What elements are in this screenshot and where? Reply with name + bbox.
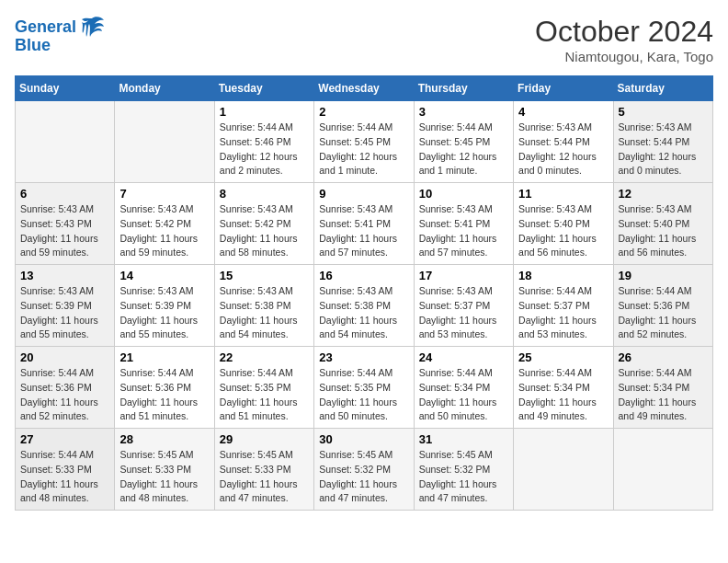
- day-info: Sunrise: 5:43 AM Sunset: 5:44 PM Dayligh…: [518, 121, 608, 178]
- calendar-cell: 24Sunrise: 5:44 AM Sunset: 5:34 PM Dayli…: [414, 347, 513, 429]
- location: Niamtougou, Kara, Togo: [535, 49, 713, 64]
- day-info: Sunrise: 5:44 AM Sunset: 5:45 PM Dayligh…: [319, 121, 408, 178]
- day-number: 28: [119, 432, 209, 446]
- calendar-cell: 26Sunrise: 5:44 AM Sunset: 5:34 PM Dayli…: [613, 347, 712, 429]
- logo-bird-icon: [78, 15, 106, 40]
- calendar-cell: [16, 101, 115, 183]
- day-info: Sunrise: 5:43 AM Sunset: 5:40 PM Dayligh…: [619, 202, 708, 260]
- day-number: 23: [319, 350, 408, 364]
- calendar-cell: 22Sunrise: 5:44 AM Sunset: 5:35 PM Dayli…: [214, 347, 313, 429]
- day-number: 26: [619, 350, 708, 364]
- day-header-wednesday: Wednesday: [314, 76, 414, 101]
- title-block: October 2024 Niamtougou, Kara, Togo: [535, 15, 713, 64]
- week-row-4: 20Sunrise: 5:44 AM Sunset: 5:36 PM Dayli…: [16, 347, 713, 429]
- day-number: 7: [119, 187, 209, 201]
- logo-text: General: [15, 18, 76, 37]
- day-info: Sunrise: 5:43 AM Sunset: 5:38 PM Dayligh…: [220, 284, 309, 342]
- calendar-cell: 18Sunrise: 5:44 AM Sunset: 5:37 PM Dayli…: [514, 265, 613, 347]
- calendar-cell: 14Sunrise: 5:43 AM Sunset: 5:39 PM Dayli…: [115, 265, 214, 347]
- day-info: Sunrise: 5:44 AM Sunset: 5:46 PM Dayligh…: [220, 121, 309, 178]
- day-number: 3: [419, 105, 508, 119]
- day-info: Sunrise: 5:43 AM Sunset: 5:39 PM Dayligh…: [20, 284, 109, 342]
- calendar-cell: 16Sunrise: 5:43 AM Sunset: 5:38 PM Dayli…: [314, 265, 414, 347]
- calendar-cell: 23Sunrise: 5:44 AM Sunset: 5:35 PM Dayli…: [314, 347, 414, 429]
- calendar-cell: [613, 429, 712, 511]
- week-row-3: 13Sunrise: 5:43 AM Sunset: 5:39 PM Dayli…: [16, 265, 713, 347]
- day-info: Sunrise: 5:43 AM Sunset: 5:42 PM Dayligh…: [220, 202, 309, 260]
- day-number: 25: [518, 350, 608, 364]
- day-number: 11: [518, 187, 608, 201]
- calendar-cell: 2Sunrise: 5:44 AM Sunset: 5:45 PM Daylig…: [314, 101, 414, 183]
- calendar-cell: 9Sunrise: 5:43 AM Sunset: 5:41 PM Daylig…: [314, 183, 414, 265]
- day-info: Sunrise: 5:43 AM Sunset: 5:40 PM Dayligh…: [518, 202, 608, 260]
- day-info: Sunrise: 5:45 AM Sunset: 5:32 PM Dayligh…: [319, 448, 408, 506]
- calendar-cell: 29Sunrise: 5:45 AM Sunset: 5:33 PM Dayli…: [214, 429, 313, 511]
- calendar-cell: 21Sunrise: 5:44 AM Sunset: 5:36 PM Dayli…: [115, 347, 214, 429]
- day-number: 22: [220, 350, 309, 364]
- logo-blue-text: Blue: [15, 37, 51, 55]
- calendar-cell: 17Sunrise: 5:43 AM Sunset: 5:37 PM Dayli…: [414, 265, 513, 347]
- day-info: Sunrise: 5:44 AM Sunset: 5:36 PM Dayligh…: [20, 366, 109, 424]
- day-number: 21: [119, 350, 209, 364]
- calendar-cell: 27Sunrise: 5:44 AM Sunset: 5:33 PM Dayli…: [16, 429, 115, 511]
- day-header-thursday: Thursday: [414, 76, 513, 101]
- week-row-2: 6Sunrise: 5:43 AM Sunset: 5:43 PM Daylig…: [16, 183, 713, 265]
- day-number: 31: [419, 432, 508, 446]
- day-info: Sunrise: 5:44 AM Sunset: 5:45 PM Dayligh…: [419, 121, 508, 178]
- day-number: 17: [419, 269, 508, 282]
- day-number: 24: [419, 350, 508, 364]
- day-info: Sunrise: 5:44 AM Sunset: 5:36 PM Dayligh…: [119, 366, 209, 424]
- day-info: Sunrise: 5:43 AM Sunset: 5:43 PM Dayligh…: [20, 202, 109, 260]
- day-number: 12: [619, 187, 708, 201]
- calendar-cell: [115, 101, 214, 183]
- calendar-cell: 31Sunrise: 5:45 AM Sunset: 5:32 PM Dayli…: [414, 429, 513, 511]
- day-info: Sunrise: 5:43 AM Sunset: 5:42 PM Dayligh…: [119, 202, 209, 260]
- day-number: 2: [319, 105, 408, 119]
- day-number: 20: [20, 350, 109, 364]
- page-header: General Blue October 2024 Niamtougou, Ka…: [15, 15, 713, 64]
- calendar-cell: 12Sunrise: 5:43 AM Sunset: 5:40 PM Dayli…: [613, 183, 712, 265]
- day-number: 5: [619, 105, 708, 119]
- day-number: 30: [319, 432, 408, 446]
- day-number: 9: [319, 187, 408, 201]
- week-row-1: 1Sunrise: 5:44 AM Sunset: 5:46 PM Daylig…: [16, 101, 713, 183]
- day-info: Sunrise: 5:43 AM Sunset: 5:39 PM Dayligh…: [119, 284, 209, 342]
- day-header-monday: Monday: [115, 76, 214, 101]
- day-info: Sunrise: 5:43 AM Sunset: 5:41 PM Dayligh…: [319, 202, 408, 260]
- day-info: Sunrise: 5:44 AM Sunset: 5:35 PM Dayligh…: [220, 366, 309, 424]
- day-number: 6: [20, 187, 109, 201]
- month-title: October 2024: [535, 15, 713, 49]
- calendar-cell: [514, 429, 613, 511]
- calendar-cell: 25Sunrise: 5:44 AM Sunset: 5:34 PM Dayli…: [514, 347, 613, 429]
- calendar-cell: 20Sunrise: 5:44 AM Sunset: 5:36 PM Dayli…: [16, 347, 115, 429]
- logo: General Blue: [15, 15, 106, 55]
- day-number: 18: [518, 269, 608, 282]
- day-info: Sunrise: 5:44 AM Sunset: 5:34 PM Dayligh…: [619, 366, 708, 424]
- day-info: Sunrise: 5:44 AM Sunset: 5:37 PM Dayligh…: [518, 284, 608, 342]
- calendar-cell: 8Sunrise: 5:43 AM Sunset: 5:42 PM Daylig…: [214, 183, 313, 265]
- day-header-friday: Friday: [514, 76, 613, 101]
- day-info: Sunrise: 5:44 AM Sunset: 5:36 PM Dayligh…: [619, 284, 708, 342]
- calendar-cell: 10Sunrise: 5:43 AM Sunset: 5:41 PM Dayli…: [414, 183, 513, 265]
- day-number: 8: [220, 187, 309, 201]
- day-info: Sunrise: 5:45 AM Sunset: 5:33 PM Dayligh…: [220, 448, 309, 506]
- day-info: Sunrise: 5:45 AM Sunset: 5:32 PM Dayligh…: [419, 448, 508, 506]
- day-number: 1: [220, 105, 309, 119]
- calendar-cell: 11Sunrise: 5:43 AM Sunset: 5:40 PM Dayli…: [514, 183, 613, 265]
- day-info: Sunrise: 5:44 AM Sunset: 5:33 PM Dayligh…: [20, 448, 109, 506]
- calendar-cell: 6Sunrise: 5:43 AM Sunset: 5:43 PM Daylig…: [16, 183, 115, 265]
- day-header-tuesday: Tuesday: [214, 76, 313, 101]
- header-row: SundayMondayTuesdayWednesdayThursdayFrid…: [16, 76, 713, 101]
- day-number: 19: [619, 269, 708, 282]
- day-number: 10: [419, 187, 508, 201]
- calendar-cell: 4Sunrise: 5:43 AM Sunset: 5:44 PM Daylig…: [514, 101, 613, 183]
- day-number: 27: [20, 432, 109, 446]
- day-number: 29: [220, 432, 309, 446]
- day-info: Sunrise: 5:44 AM Sunset: 5:34 PM Dayligh…: [518, 366, 608, 424]
- calendar-table: SundayMondayTuesdayWednesdayThursdayFrid…: [15, 75, 713, 511]
- calendar-cell: 28Sunrise: 5:45 AM Sunset: 5:33 PM Dayli…: [115, 429, 214, 511]
- day-header-sunday: Sunday: [16, 76, 115, 101]
- day-info: Sunrise: 5:43 AM Sunset: 5:44 PM Dayligh…: [619, 121, 708, 178]
- day-number: 15: [220, 269, 309, 282]
- day-info: Sunrise: 5:43 AM Sunset: 5:41 PM Dayligh…: [419, 202, 508, 260]
